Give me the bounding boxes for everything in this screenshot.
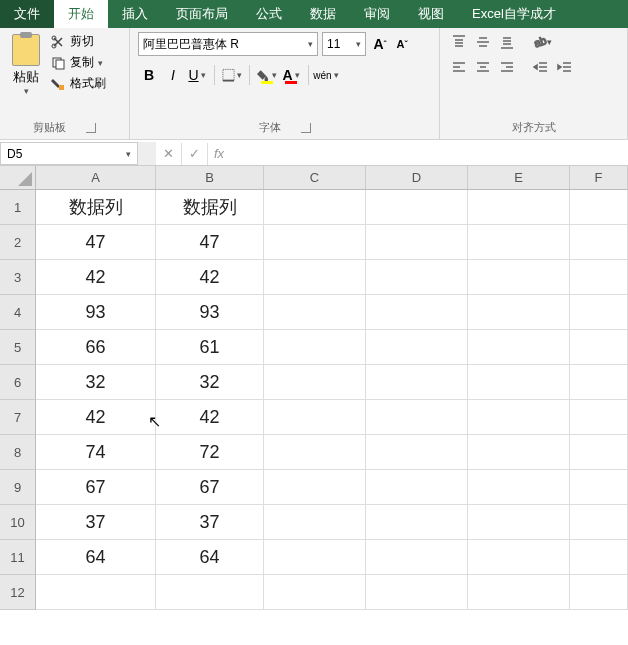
column-header[interactable]: A — [36, 166, 156, 189]
cell[interactable] — [264, 400, 366, 435]
cell[interactable]: 37 — [36, 505, 156, 540]
cell[interactable] — [366, 365, 468, 400]
cell[interactable] — [468, 190, 570, 225]
cell[interactable] — [366, 225, 468, 260]
align-top-button[interactable] — [448, 32, 470, 52]
cell[interactable] — [156, 575, 264, 610]
cell[interactable] — [570, 225, 628, 260]
menu-review[interactable]: 审阅 — [350, 0, 404, 28]
cell[interactable] — [36, 575, 156, 610]
cell[interactable] — [366, 435, 468, 470]
cell[interactable] — [264, 225, 366, 260]
cell[interactable]: 42 — [156, 400, 264, 435]
cell[interactable] — [468, 470, 570, 505]
align-left-button[interactable] — [448, 58, 470, 78]
cell[interactable] — [264, 505, 366, 540]
column-header[interactable]: F — [570, 166, 628, 189]
formula-input[interactable] — [230, 146, 628, 161]
font-name-combo[interactable]: 阿里巴巴普惠体 R ▾ — [138, 32, 318, 56]
cell[interactable] — [468, 400, 570, 435]
cell[interactable] — [468, 575, 570, 610]
cell[interactable] — [366, 505, 468, 540]
copy-button[interactable]: 复制 ▾ — [48, 53, 108, 72]
cell[interactable] — [264, 190, 366, 225]
cell[interactable]: 数据列 — [156, 190, 264, 225]
cell[interactable] — [468, 295, 570, 330]
cell[interactable] — [468, 435, 570, 470]
cell[interactable] — [264, 295, 366, 330]
align-bottom-button[interactable] — [496, 32, 518, 52]
phonetic-button[interactable]: wén ▾ — [315, 64, 337, 86]
select-all-corner[interactable] — [0, 166, 36, 190]
menu-home[interactable]: 开始 — [54, 0, 108, 28]
row-header[interactable]: 1 — [0, 190, 36, 225]
cell[interactable] — [366, 540, 468, 575]
cell[interactable] — [570, 505, 628, 540]
menu-view[interactable]: 视图 — [404, 0, 458, 28]
align-center-button[interactable] — [472, 58, 494, 78]
cell[interactable] — [570, 435, 628, 470]
grow-font-button[interactable]: Aˆ — [370, 33, 390, 55]
cell[interactable] — [468, 365, 570, 400]
row-header[interactable]: 3 — [0, 260, 36, 295]
cell[interactable] — [570, 575, 628, 610]
cell[interactable] — [366, 470, 468, 505]
column-header[interactable]: B — [156, 166, 264, 189]
cell[interactable]: 66 — [36, 330, 156, 365]
cell[interactable]: 32 — [36, 365, 156, 400]
cell[interactable] — [366, 575, 468, 610]
cell[interactable]: 93 — [36, 295, 156, 330]
cell[interactable]: 32 — [156, 365, 264, 400]
cell[interactable]: 42 — [36, 260, 156, 295]
cell[interactable] — [570, 190, 628, 225]
cell[interactable]: 64 — [156, 540, 264, 575]
dialog-launcher-icon[interactable] — [86, 123, 96, 133]
cell[interactable] — [468, 260, 570, 295]
cut-button[interactable]: 剪切 — [48, 32, 108, 51]
column-header[interactable]: D — [366, 166, 468, 189]
cell[interactable] — [366, 330, 468, 365]
row-header[interactable]: 7 — [0, 400, 36, 435]
shrink-font-button[interactable]: Aˇ — [392, 33, 412, 55]
decrease-indent-button[interactable] — [530, 58, 552, 78]
orientation-button[interactable]: ab▾ — [530, 32, 552, 52]
enter-formula-button[interactable]: ✓ — [182, 143, 208, 165]
column-header[interactable]: E — [468, 166, 570, 189]
row-header[interactable]: 10 — [0, 505, 36, 540]
dialog-launcher-icon[interactable] — [301, 123, 311, 133]
cancel-formula-button[interactable]: ✕ — [156, 143, 182, 165]
cell[interactable] — [570, 470, 628, 505]
cell[interactable] — [468, 505, 570, 540]
row-header[interactable]: 8 — [0, 435, 36, 470]
fill-color-button[interactable]: ▾ — [256, 64, 278, 86]
cell[interactable] — [264, 435, 366, 470]
fx-icon[interactable]: fx — [208, 146, 230, 161]
row-header[interactable]: 4 — [0, 295, 36, 330]
row-header[interactable]: 5 — [0, 330, 36, 365]
cell[interactable] — [264, 470, 366, 505]
cell[interactable]: 74 — [36, 435, 156, 470]
cell[interactable]: 37 — [156, 505, 264, 540]
cell[interactable]: 42 — [36, 400, 156, 435]
paste-button[interactable]: 粘贴 ▾ — [8, 32, 44, 98]
cell[interactable]: 47 — [156, 225, 264, 260]
underline-button[interactable]: U▾ — [186, 64, 208, 86]
row-header[interactable]: 2 — [0, 225, 36, 260]
font-size-combo[interactable]: 11 ▾ — [322, 32, 366, 56]
bold-button[interactable]: B — [138, 64, 160, 86]
cell[interactable] — [264, 330, 366, 365]
cell[interactable] — [570, 330, 628, 365]
menu-custom[interactable]: Excel自学成才 — [458, 0, 570, 28]
row-header[interactable]: 6 — [0, 365, 36, 400]
cell[interactable] — [366, 190, 468, 225]
align-middle-button[interactable] — [472, 32, 494, 52]
cell[interactable] — [468, 540, 570, 575]
cell[interactable] — [570, 540, 628, 575]
cell[interactable]: 64 — [36, 540, 156, 575]
row-header[interactable]: 12 — [0, 575, 36, 610]
format-painter-button[interactable]: 格式刷 — [48, 74, 108, 93]
cell[interactable] — [468, 330, 570, 365]
cell[interactable]: 47 — [36, 225, 156, 260]
cell[interactable] — [570, 295, 628, 330]
cell[interactable]: 67 — [36, 470, 156, 505]
